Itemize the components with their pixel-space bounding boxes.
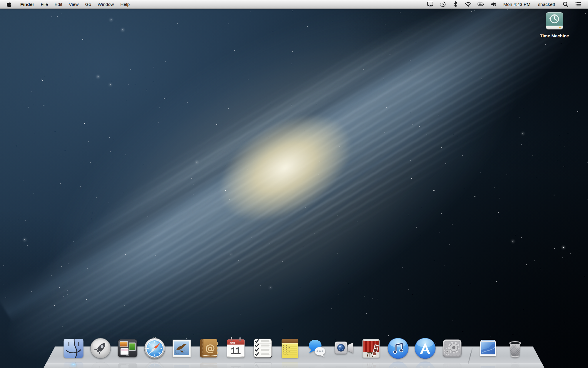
dock-item-safari[interactable]: NSWENSWE <box>143 337 166 360</box>
time-machine-icon[interactable] <box>440 1 446 8</box>
svg-text:11: 11 <box>231 345 241 356</box>
svg-text:N: N <box>154 339 156 341</box>
photo-booth-icon <box>360 337 382 360</box>
menu-clock[interactable]: Mon 4:43 PM <box>503 2 530 7</box>
desktop-icon-label: Time Machine <box>534 33 574 38</box>
airplay-icon[interactable] <box>427 1 434 8</box>
finder-icon <box>62 337 85 360</box>
trash-icon <box>504 337 527 360</box>
desktop-screen: Time Machine FinderFileEditViewGoWindowH… <box>0 0 588 368</box>
mission-control-icon <box>116 337 139 360</box>
svg-text:W: W <box>145 347 147 349</box>
notification-center-icon[interactable] <box>575 1 582 8</box>
dock-item-launchpad[interactable] <box>89 337 112 360</box>
running-indicator <box>71 364 76 366</box>
status-icons <box>424 1 500 8</box>
svg-text:S: S <box>154 357 155 359</box>
dock-separator <box>468 337 472 360</box>
apple-menu-icon[interactable] <box>6 1 12 7</box>
messages-icon <box>305 337 328 360</box>
contacts-icon: @ <box>197 337 220 360</box>
system-preferences-icon <box>441 337 464 360</box>
time-machine-drive-icon <box>546 12 563 29</box>
status-icons-right <box>559 1 584 8</box>
bluetooth-icon[interactable] <box>452 1 459 8</box>
svg-text:JUN: JUN <box>229 341 235 344</box>
reminders-icon <box>251 337 274 360</box>
menu-help[interactable]: Help <box>117 0 133 9</box>
menu-bar-left: FinderFileEditViewGoWindowHelp <box>0 0 133 9</box>
dock-item-calendar[interactable]: JUN11JUN11 <box>224 337 247 360</box>
dock-item-mission-control[interactable] <box>116 337 139 360</box>
menu-view[interactable]: View <box>66 0 82 9</box>
menu-file[interactable]: File <box>37 0 51 9</box>
battery-plugged-icon[interactable] <box>477 1 484 8</box>
drive-front-face <box>546 26 563 29</box>
dock-items: NSWENSWE@@JUN11JUN11 <box>62 337 527 360</box>
star-field <box>0 0 588 368</box>
drive-led <box>559 27 561 28</box>
menu-bar-status: Mon 4:43 PM shackett <box>424 0 588 9</box>
svg-text:@: @ <box>205 342 215 354</box>
mail-icon <box>170 337 193 360</box>
dock-item-notes[interactable] <box>278 337 301 360</box>
app-menus: FinderFileEditViewGoWindowHelp <box>15 0 133 9</box>
dock-item-contacts[interactable]: @@ <box>197 337 220 360</box>
svg-text:E: E <box>163 347 164 349</box>
dock-item-itunes[interactable] <box>387 337 410 360</box>
dock-item-facetime[interactable] <box>333 337 355 360</box>
calendar-icon: JUN11 <box>224 337 247 360</box>
menu-go[interactable]: Go <box>82 0 94 9</box>
wifi-icon[interactable] <box>465 1 472 8</box>
menu-bar: FinderFileEditViewGoWindowHelp Mon 4:43 … <box>0 0 588 9</box>
notes-icon <box>278 337 301 360</box>
dock-item-reminders[interactable] <box>251 337 274 360</box>
safari-icon: NSWE <box>143 337 166 360</box>
menu-edit[interactable]: Edit <box>51 0 66 9</box>
menu-finder[interactable]: Finder <box>17 0 37 9</box>
dock-item-messages[interactable] <box>305 337 328 360</box>
dock-item-stack-documents[interactable] <box>477 337 500 360</box>
volume-icon[interactable] <box>490 1 497 8</box>
app-store-icon <box>414 337 437 360</box>
menu-window[interactable]: Window <box>94 0 117 9</box>
desktop-icon-time-machine[interactable]: Time Machine <box>534 12 574 38</box>
spotlight-icon[interactable] <box>562 1 569 8</box>
facetime-icon <box>333 337 355 360</box>
dock-item-app-store[interactable] <box>414 337 437 360</box>
dock-item-finder[interactable] <box>62 337 85 360</box>
user-menu[interactable]: shackett <box>538 2 555 7</box>
itunes-icon <box>387 337 410 360</box>
stack-documents-icon <box>477 337 500 360</box>
launchpad-icon <box>89 337 112 360</box>
dock-item-photo-booth[interactable] <box>360 337 382 360</box>
dock-item-system-preferences[interactable] <box>441 337 464 360</box>
dock-item-mail[interactable] <box>170 337 193 360</box>
dock-item-trash[interactable] <box>504 337 527 360</box>
